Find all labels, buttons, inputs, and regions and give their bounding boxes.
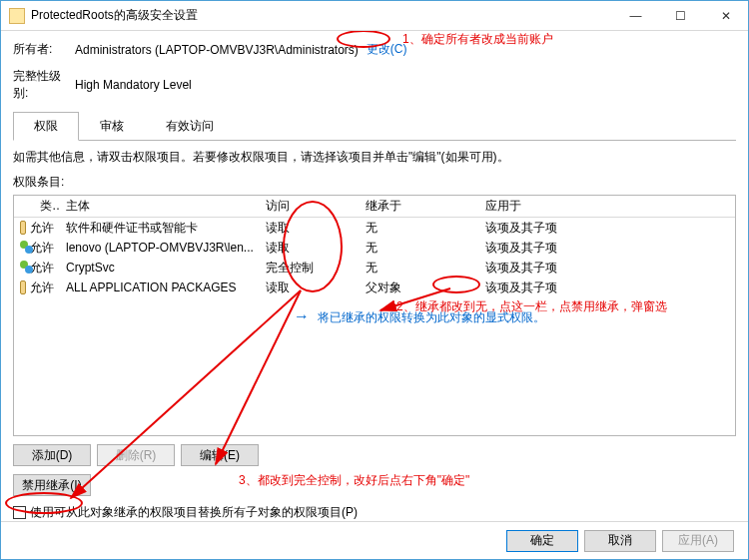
add-button[interactable]: 添加(D) [13, 444, 91, 466]
table-row[interactable]: 允许lenovo (LAPTOP-OMVBVJ3R\len...读取无该项及其子… [14, 238, 735, 258]
col-type[interactable]: 类型 [14, 196, 60, 217]
titlebar[interactable]: ProtectedRoots的高级安全设置 — ☐ ✕ [1, 1, 748, 31]
permissions-list[interactable]: 类型 主体 访问 继承于 应用于 允许软件和硬件证书或智能卡读取无该项及其子项允… [13, 195, 736, 436]
col-inherited[interactable]: 继承于 [360, 196, 479, 217]
principal-icon [20, 221, 26, 235]
convert-inherited-link[interactable]: → 将已继承的权限转换为此对象的显式权限。 [294, 309, 735, 325]
list-header: 类型 主体 访问 继承于 应用于 [14, 196, 735, 218]
edit-button[interactable]: 编辑(E) [181, 444, 259, 466]
owner-value: Administrators (LAPTOP-OMVBVJ3R\Administ… [75, 43, 359, 57]
table-row[interactable]: 允许CryptSvc完全控制无该项及其子项 [14, 258, 735, 278]
maximize-button[interactable]: ☐ [658, 1, 703, 30]
replace-children-checkbox-row[interactable]: 使用可从此对象继承的权限项目替换所有子对象的权限项目(P) [13, 504, 736, 521]
minimize-button[interactable]: — [613, 1, 658, 30]
entries-label: 权限条目: [13, 174, 736, 191]
window-title: ProtectedRoots的高级安全设置 [31, 7, 613, 24]
action-row2: 禁用继承(I) [13, 474, 736, 496]
close-button[interactable]: ✕ [703, 1, 748, 30]
tab-bar: 权限 审核 有效访问 [13, 112, 736, 141]
col-principal[interactable]: 主体 [60, 196, 260, 217]
tab-auditing[interactable]: 审核 [79, 112, 145, 141]
table-row[interactable]: 允许ALL APPLICATION PACKAGES读取父对象该项及其子项 [14, 278, 735, 297]
principal-icon [20, 261, 26, 275]
integrity-value: High Mandatory Level [75, 78, 192, 92]
table-row[interactable]: 允许软件和硬件证书或智能卡读取无该项及其子项 [14, 218, 735, 238]
dialog-footer: 确定 取消 应用(A) [1, 521, 748, 559]
tab-effective-access[interactable]: 有效访问 [145, 112, 235, 141]
apply-button[interactable]: 应用(A) [662, 530, 734, 552]
col-access[interactable]: 访问 [260, 196, 360, 217]
replace-children-label: 使用可从此对象继承的权限项目替换所有子对象的权限项目(P) [30, 504, 358, 521]
cancel-button[interactable]: 取消 [584, 530, 656, 552]
owner-label: 所有者: [13, 41, 75, 58]
principal-icon [20, 241, 26, 255]
ok-button[interactable]: 确定 [506, 530, 578, 552]
col-applies[interactable]: 应用于 [479, 196, 735, 217]
change-owner-link[interactable]: 更改(C) [367, 41, 407, 58]
info-text: 如需其他信息，请双击权限项目。若要修改权限项目，请选择该项目并单击"编辑"(如果… [13, 149, 736, 166]
tab-permissions[interactable]: 权限 [13, 112, 79, 141]
principal-icon [20, 280, 26, 294]
folder-icon [9, 8, 25, 24]
action-row1: 添加(D) 删除(R) 编辑(E) [13, 444, 736, 466]
integrity-label: 完整性级别: [13, 68, 75, 102]
remove-button[interactable]: 删除(R) [97, 444, 175, 466]
security-dialog: ProtectedRoots的高级安全设置 — ☐ ✕ 所有者: Adminis… [0, 0, 749, 560]
disable-inheritance-button[interactable]: 禁用继承(I) [13, 474, 91, 496]
content-area: 所有者: Administrators (LAPTOP-OMVBVJ3R\Adm… [1, 31, 748, 521]
convert-text: 将已继承的权限转换为此对象的显式权限。 [318, 309, 545, 325]
checkbox-icon[interactable] [13, 506, 26, 519]
arrow-right-icon: → [294, 309, 310, 325]
